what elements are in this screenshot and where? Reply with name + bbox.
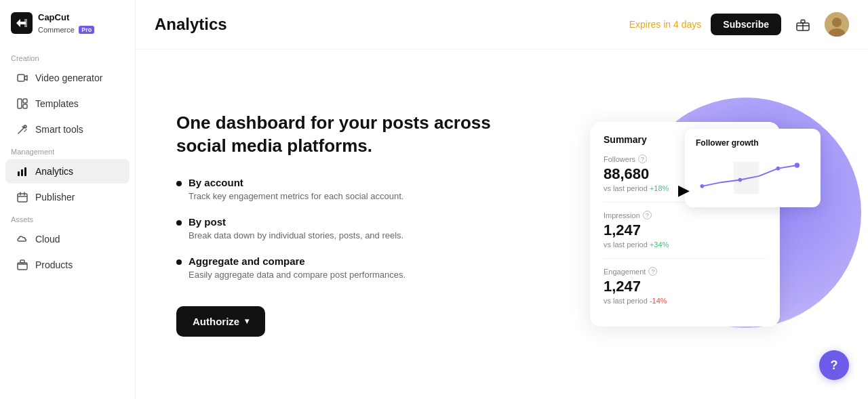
page-title: Analytics	[155, 15, 227, 34]
svg-rect-2	[18, 99, 22, 108]
info-icon-impression[interactable]: ?	[643, 211, 652, 219]
dashboard-card: Summary Followers ? 88,680 vs last perio…	[590, 122, 780, 327]
feature-list: By account Track key engagement metrics …	[176, 177, 502, 282]
sidebar-item-products[interactable]: Products	[5, 253, 130, 277]
sidebar-item-templates[interactable]: Templates	[5, 91, 130, 116]
metric-impression-change: vs last period +34%	[604, 240, 766, 249]
sidebar-item-video-generator[interactable]: Video generator	[5, 66, 130, 90]
box-icon	[16, 259, 28, 271]
cursor-icon: ▶	[678, 182, 690, 199]
sidebar-item-smart-tools[interactable]: Smart tools	[5, 117, 130, 142]
chart-icon	[16, 165, 28, 177]
feature-text-1: By post Break data down by individual st…	[189, 216, 403, 242]
authorize-button[interactable]: Authorize ▾	[176, 306, 265, 337]
video-icon	[16, 72, 28, 84]
sidebar-item-label-cloud: Cloud	[35, 234, 60, 245]
chevron-down-icon: ▾	[245, 316, 249, 326]
sidebar-section-management: Management	[0, 142, 135, 159]
feature-title-1: By post	[189, 216, 403, 228]
sidebar-item-label-templates: Templates	[35, 98, 79, 109]
header-actions: Expires in 4 days Subscribe	[629, 12, 849, 37]
feature-item-1: By post Break data down by individual st…	[176, 216, 502, 242]
sidebar-item-label-publisher: Publisher	[35, 192, 75, 203]
feature-desc-2: Easily aggregate data and compare post p…	[189, 269, 406, 281]
svg-rect-7	[21, 169, 23, 176]
sidebar-item-cloud[interactable]: Cloud	[5, 227, 130, 251]
sidebar-section-creation: Creation	[0, 49, 135, 65]
user-avatar[interactable]	[825, 12, 849, 37]
sidebar-item-label-smart-tools: Smart tools	[35, 124, 83, 135]
svg-rect-9	[18, 194, 27, 202]
metric-engagement-label: Engagement ?	[604, 267, 766, 276]
svg-point-18	[738, 178, 743, 182]
feature-dot-1	[176, 220, 182, 226]
svg-rect-1	[18, 75, 24, 81]
metric-impression-label: Impression ?	[604, 211, 766, 219]
svg-point-20	[795, 163, 800, 167]
expires-badge: Expires in 4 days	[629, 19, 702, 30]
main-headline: One dashboard for your posts across soci…	[176, 112, 502, 158]
logo: CapCut Commerce Pro	[0, 11, 135, 49]
svg-point-14	[832, 18, 842, 27]
svg-rect-8	[24, 167, 26, 176]
metric-impression-value: 1,247	[604, 222, 766, 239]
feature-text-2: Aggregate and compare Easily aggregate d…	[189, 255, 406, 281]
cloud-icon	[16, 233, 28, 245]
metric-impression: Impression ? 1,247 vs last period +34%	[604, 211, 766, 249]
main-content: Analytics Expires in 4 days Subscribe On…	[136, 0, 868, 399]
feature-desc-0: Track key engagement metrics for each so…	[189, 190, 403, 203]
mini-chart	[696, 154, 810, 195]
sidebar-item-label-video-generator: Video generator	[35, 72, 102, 83]
calendar-icon	[16, 191, 28, 203]
main-body: One dashboard for your posts across soci…	[136, 49, 868, 399]
feature-item-2: Aggregate and compare Easily aggregate d…	[176, 255, 502, 281]
info-icon-engagement[interactable]: ?	[648, 267, 657, 276]
sidebar: CapCut Commerce Pro Creation Video gener…	[0, 0, 136, 399]
svg-rect-11	[20, 260, 24, 263]
feature-title-0: By account	[189, 177, 403, 188]
capcut-logo-icon	[11, 12, 33, 34]
feature-desc-1: Break data down by individual stories, p…	[189, 230, 403, 242]
subscribe-button[interactable]: Subscribe	[711, 14, 781, 35]
feature-section: One dashboard for your posts across soci…	[176, 77, 502, 372]
svg-rect-6	[18, 171, 20, 176]
svg-rect-4	[23, 104, 27, 108]
divider-2	[604, 258, 766, 259]
metric-engagement-value: 1,247	[604, 278, 766, 295]
sidebar-section-assets: Assets	[0, 210, 135, 226]
sidebar-item-publisher[interactable]: Publisher	[5, 185, 130, 209]
wand-icon	[16, 123, 28, 135]
svg-point-19	[776, 167, 781, 171]
logo-text: CapCut Commerce Pro	[38, 11, 94, 35]
svg-point-17	[701, 184, 705, 188]
growth-tooltip-title: Follower growth	[696, 138, 810, 148]
feature-dot-2	[176, 259, 182, 265]
metric-engagement-change: vs last period -14%	[604, 297, 766, 305]
sidebar-item-analytics[interactable]: Analytics	[5, 159, 130, 184]
growth-tooltip: Follower growth	[685, 129, 821, 207]
sidebar-item-label-products: Products	[35, 259, 73, 270]
illustration-section: ▶ Summary Followers ? 88,680 vs last per…	[529, 77, 841, 372]
help-icon: ?	[831, 358, 838, 373]
template-icon	[16, 98, 28, 110]
feature-item-0: By account Track key engagement metrics …	[176, 177, 502, 203]
gift-icon	[795, 17, 810, 32]
info-icon-followers[interactable]: ?	[638, 154, 647, 163]
help-button[interactable]: ?	[819, 350, 849, 380]
feature-title-2: Aggregate and compare	[189, 255, 406, 267]
page-header: Analytics Expires in 4 days Subscribe	[136, 0, 868, 49]
feature-dot-0	[176, 181, 182, 186]
feature-text-0: By account Track key engagement metrics …	[189, 177, 403, 203]
sidebar-item-label-analytics: Analytics	[35, 166, 73, 177]
svg-rect-3	[23, 99, 27, 103]
authorize-label: Authorize	[193, 316, 239, 327]
gift-button[interactable]	[791, 12, 815, 37]
metric-engagement: Engagement ? 1,247 vs last period -14%	[604, 267, 766, 305]
